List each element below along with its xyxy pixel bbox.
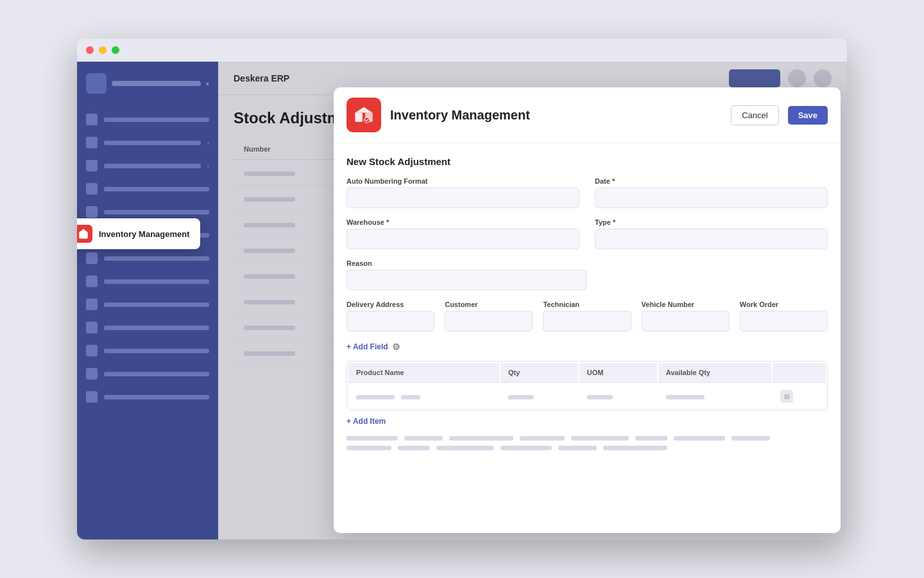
sidebar-highlight-label: Inventory Management bbox=[99, 229, 190, 239]
product-table-body: ⊟ bbox=[348, 384, 826, 408]
app-layout: ▾ › › bbox=[77, 62, 847, 539]
form-group-type: Type * bbox=[595, 218, 828, 249]
chevron-right-icon-2: › bbox=[207, 162, 209, 170]
modal-body: New Stock Adjustment Auto Numbering Form… bbox=[334, 143, 841, 533]
label-vehicle-number: Vehicle Number bbox=[642, 301, 730, 308]
label-auto-numbering: Auto Numbering Format bbox=[346, 177, 579, 185]
col-qty: Qty bbox=[501, 363, 578, 383]
work-order-input[interactable] bbox=[740, 311, 828, 331]
label-reason: Reason bbox=[346, 259, 828, 267]
customer-input[interactable] bbox=[445, 311, 533, 331]
gear-icon: ⚙ bbox=[392, 342, 400, 352]
label-type: Type * bbox=[595, 218, 828, 226]
module1-icon bbox=[86, 183, 98, 195]
sidebar: ▾ › › bbox=[77, 62, 218, 539]
grid-icon bbox=[86, 114, 98, 125]
col-available-qty: Available Qty bbox=[658, 363, 771, 383]
form-group-warehouse: Warehouse * bbox=[346, 218, 579, 249]
new-stock-adjustment-modal: Inventory Management Cancel Save New Sto… bbox=[334, 87, 841, 533]
sidebar-item-inventory[interactable]: › bbox=[77, 154, 218, 177]
sidebar-label-dashboard bbox=[104, 118, 209, 122]
chart-icon bbox=[86, 137, 98, 148]
module2-icon bbox=[86, 206, 98, 218]
svg-rect-0 bbox=[355, 112, 363, 121]
modal-logo bbox=[346, 98, 381, 132]
product-table-header: Product Name Qty UOM Available Qty bbox=[348, 363, 826, 383]
form-group-delivery-address: Delivery Address bbox=[346, 301, 434, 331]
cell-uom bbox=[579, 384, 657, 408]
reason-input[interactable] bbox=[346, 270, 587, 290]
sidebar-label-m6 bbox=[104, 302, 209, 307]
module4-icon bbox=[86, 252, 98, 264]
sidebar-label-m1 bbox=[104, 187, 209, 191]
form-group-vehicle-number: Vehicle Number bbox=[642, 301, 730, 331]
sidebar-logo: ▾ bbox=[77, 68, 218, 104]
main-content: Deskera ERP Stock Adjustment 🔍 + New Sto… bbox=[218, 62, 847, 539]
footer-row-2 bbox=[346, 446, 828, 450]
sidebar-item-m1[interactable] bbox=[77, 177, 218, 200]
type-input[interactable] bbox=[595, 229, 828, 249]
box-icon bbox=[86, 160, 98, 171]
modal-header: Inventory Management Cancel Save bbox=[334, 87, 841, 143]
form-group-auto-numbering: Auto Numbering Format bbox=[346, 177, 579, 208]
module9-icon bbox=[86, 368, 98, 380]
sidebar-label-m8 bbox=[104, 349, 209, 353]
sidebar-item-m6[interactable] bbox=[77, 293, 218, 316]
form-group-date: Date * bbox=[595, 177, 828, 208]
technician-input[interactable] bbox=[543, 311, 631, 331]
sidebar-item-m9[interactable] bbox=[77, 362, 218, 385]
label-customer: Customer bbox=[445, 301, 533, 308]
add-field-row[interactable]: + Add Field ⚙ bbox=[346, 342, 828, 352]
sidebar-item-m5[interactable] bbox=[77, 270, 218, 293]
col-product-name: Product Name bbox=[348, 363, 499, 383]
sidebar-label-m5 bbox=[104, 279, 209, 284]
sidebar-nav: › › bbox=[77, 108, 218, 408]
add-item-button[interactable]: + Add Item bbox=[346, 417, 828, 426]
sidebar-label-inventory bbox=[104, 164, 201, 168]
save-button[interactable]: Save bbox=[788, 106, 828, 125]
form-group-technician: Technician bbox=[543, 301, 631, 331]
vehicle-number-input[interactable] bbox=[642, 311, 730, 331]
sidebar-highlight-inventory-management[interactable]: Inventory Management bbox=[77, 218, 200, 249]
logo-text bbox=[112, 81, 201, 86]
maximize-btn[interactable] bbox=[112, 46, 119, 54]
minimize-btn[interactable] bbox=[99, 46, 107, 54]
add-field-label: + Add Field bbox=[346, 342, 388, 351]
cancel-button[interactable]: Cancel bbox=[731, 105, 778, 125]
chevron-right-icon: › bbox=[207, 139, 209, 146]
delivery-address-input[interactable] bbox=[346, 311, 434, 331]
date-input[interactable] bbox=[595, 188, 828, 208]
label-technician: Technician bbox=[543, 301, 631, 308]
col-delete bbox=[773, 363, 826, 383]
label-date: Date * bbox=[595, 177, 828, 185]
sidebar-item-settings[interactable] bbox=[77, 385, 218, 408]
form-group-reason: Reason bbox=[346, 259, 828, 290]
cell-qty bbox=[501, 384, 578, 408]
modal-section-title: New Stock Adjustment bbox=[346, 156, 828, 167]
warehouse-input[interactable] bbox=[346, 229, 579, 249]
sidebar-item-m4[interactable] bbox=[77, 247, 218, 270]
label-warehouse: Warehouse * bbox=[346, 218, 579, 226]
cell-available-qty bbox=[658, 384, 771, 408]
modal-title: Inventory Management bbox=[390, 108, 722, 123]
footer-row-1 bbox=[346, 436, 828, 441]
module6-icon bbox=[86, 299, 98, 310]
sidebar-item-reports[interactable]: › bbox=[77, 131, 218, 154]
module8-icon bbox=[86, 345, 98, 356]
sidebar-item-dashboard[interactable] bbox=[77, 108, 218, 131]
mac-titlebar bbox=[77, 39, 847, 62]
module5-icon bbox=[86, 276, 98, 287]
cell-delete-action: ⊟ bbox=[773, 384, 826, 408]
form-group-work-order: Work Order bbox=[740, 301, 828, 331]
sidebar-label-m4 bbox=[104, 256, 209, 261]
sidebar-label-reports bbox=[104, 141, 201, 145]
auto-numbering-input[interactable] bbox=[346, 188, 579, 208]
sidebar-item-m8[interactable] bbox=[77, 339, 218, 362]
close-btn[interactable] bbox=[86, 46, 94, 54]
product-table: Product Name Qty UOM Available Qty bbox=[346, 361, 828, 410]
sidebar-item-m7[interactable] bbox=[77, 316, 218, 339]
sidebar-label-settings bbox=[104, 395, 209, 399]
module7-icon bbox=[86, 322, 98, 333]
form-grid-top: Auto Numbering Format Date * Warehouse * bbox=[346, 177, 828, 249]
delete-row-button[interactable]: ⊟ bbox=[780, 390, 793, 403]
